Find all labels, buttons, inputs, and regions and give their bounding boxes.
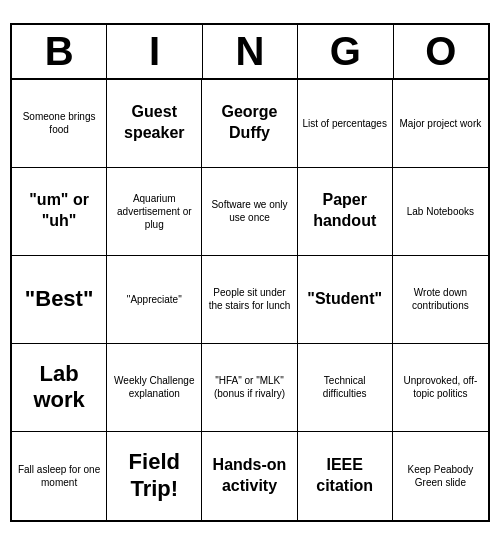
bingo-cell: Someone brings food xyxy=(12,80,107,168)
bingo-cell: Paper handout xyxy=(298,168,393,256)
bingo-cell: Technical difficulties xyxy=(298,344,393,432)
bingo-cell: People sit under the stairs for lunch xyxy=(202,256,297,344)
bingo-cell: Field Trip! xyxy=(107,432,202,520)
bingo-cell: "um" or "uh" xyxy=(12,168,107,256)
header-letter: I xyxy=(107,25,202,78)
bingo-cell: Keep Peabody Green slide xyxy=(393,432,488,520)
bingo-cell: George Duffy xyxy=(202,80,297,168)
bingo-cell: Major project work xyxy=(393,80,488,168)
bingo-cell: Software we only use once xyxy=(202,168,297,256)
bingo-cell: Wrote down contributions xyxy=(393,256,488,344)
bingo-cell: Lab Notebooks xyxy=(393,168,488,256)
bingo-cell: List of percentages xyxy=(298,80,393,168)
header-letter: O xyxy=(394,25,488,78)
bingo-cell: Weekly Challenge explanation xyxy=(107,344,202,432)
bingo-header: BINGO xyxy=(12,25,488,80)
bingo-cell: "Appreciate" xyxy=(107,256,202,344)
bingo-cell: "Student" xyxy=(298,256,393,344)
bingo-cell: "HFA" or "MLK" (bonus if rivalry) xyxy=(202,344,297,432)
bingo-cell: Lab work xyxy=(12,344,107,432)
bingo-card: BINGO Someone brings foodGuest speakerGe… xyxy=(10,23,490,522)
bingo-cell: "Best" xyxy=(12,256,107,344)
header-letter: B xyxy=(12,25,107,78)
bingo-cell: IEEE citation xyxy=(298,432,393,520)
bingo-cell: Unprovoked, off-topic politics xyxy=(393,344,488,432)
header-letter: N xyxy=(203,25,298,78)
bingo-cell: Fall asleep for one moment xyxy=(12,432,107,520)
bingo-cell: Hands-on activity xyxy=(202,432,297,520)
bingo-grid: Someone brings foodGuest speakerGeorge D… xyxy=(12,80,488,520)
bingo-cell: Guest speaker xyxy=(107,80,202,168)
header-letter: G xyxy=(298,25,393,78)
bingo-cell: Aquarium advertisement or plug xyxy=(107,168,202,256)
